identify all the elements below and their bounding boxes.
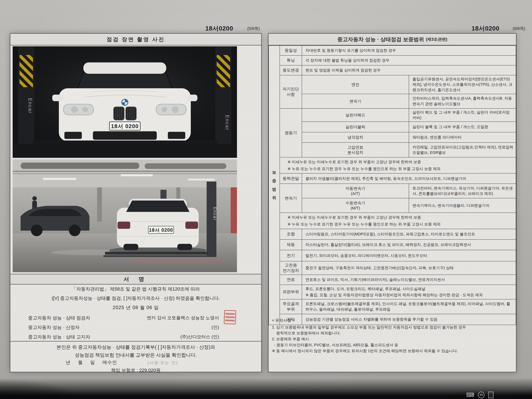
table-row: 제동마스터실린더, 휠실린더(캘리퍼), 브레이크 호스 및 파이프, 배력장치… xyxy=(269,240,516,250)
warranty-category: 변속기 xyxy=(280,184,302,213)
warranty-category: 외판부위 xyxy=(280,285,302,299)
warranty-title-main: 중고자동차 성능 · 상태점검 보증범위 xyxy=(337,36,424,43)
warranty-description: 워터펌프, 엔진룸 라디에이터 xyxy=(409,132,516,142)
warranty-note: ※ 미세누유 또는 미세누수로 표기한 경우 위 부품이 고장난 경우에 한하여… xyxy=(280,213,516,229)
warranty-description: 차대번호 및 원동기형식 표기를 상이하게 점검한 경우 xyxy=(302,45,516,55)
warranty-description: 발전기, 와이퍼모터, 송풍모터, 라디에이터팬모터, 시동모터, 윈도우모터 xyxy=(302,250,516,261)
signature-hint: (서명 또는 인) xyxy=(147,360,178,366)
kidney-grille-right xyxy=(126,107,136,120)
table-row: 용도변경렌트 및 영업용 이력을 상이하게 점검한 경우 xyxy=(269,65,516,75)
taillight-right xyxy=(185,222,198,229)
person-figure xyxy=(32,196,37,201)
warranty-description: 클러치 어셈블리(클러치판 제외), 추진축 및 베어링, 등속조인트, 드라이… xyxy=(302,173,516,184)
car-front-illustration: Encar Encar xyxy=(13,46,237,158)
license-plate-front-text: 18서 0200 xyxy=(111,123,139,129)
warranty-scope-side-label: 보증범위 xyxy=(269,45,280,325)
check-confirmation-line: ([V] 중고자동차성능 · 상태를 점검, [ ]자동차가격조사 · 산정) … xyxy=(10,295,261,301)
warranty-subcategory: 엔진 xyxy=(302,75,409,94)
hazard-stripes-left xyxy=(19,55,33,87)
table-row: 조향스티어링펌프, 스티어링기어(MDPS포함), 스티어링조인트, 파워고압호… xyxy=(269,229,516,240)
warranty-category: 전기 xyxy=(280,250,302,261)
page-title: 점검 장면 촬영 사진 xyxy=(10,34,261,45)
table-row: 주요골격부위프론트패널, 크로스멤버(볼트체결부품 제외), 인사이드 패널, … xyxy=(269,299,516,314)
page-indicator-right: (6/6쪽) xyxy=(513,26,525,32)
taskbar: ⌨ 98 xyxy=(466,392,494,398)
warranty-note: ※ 미세누유 또는 미세누수로 표기한 경우 위 부품이 고장난 경우에 한하여… xyxy=(280,157,516,173)
buyer-confirmation-line-1: 본인은 위 중고자동차성능 · 상태를 점검기록부( [ ]자동차가격조사 · … xyxy=(10,344,261,350)
notes-title: < 유의사항 > xyxy=(272,317,513,323)
lift-brand-right: Encar xyxy=(225,115,230,131)
signer-label: 중고자동차 성능 · 산정자 xyxy=(28,324,80,330)
license-plate-rear-text: 18서 0200 xyxy=(149,227,173,233)
ceiling-light xyxy=(121,174,153,176)
table-row: 수동변속기(M/T)변속기케이스, 변속기어셈블리, 디퍼렌셜기어 xyxy=(269,198,516,213)
warranty-description: 스티어링펌프, 스티어링기어(MDPS포함), 스티어링조인트, 파워고압호스,… xyxy=(302,229,516,240)
doc-number-right: 18서0200 xyxy=(472,24,499,33)
table-row: 외판부위후드, 프론트휀더, 도어, 트렁크리드, 쿼터패널, 루프패널, 사이… xyxy=(269,285,516,299)
table-row: 고전원전기장치충전구 절연상태, 구동축전지 격리상태, 고전원전기배선(접속단… xyxy=(269,261,516,275)
note-line: 2. 보증제외 부품 예시 xyxy=(272,336,513,342)
warranty-category: 동력전달 xyxy=(280,173,302,184)
note-line: 1. 상기 보증범위내 부품의 일부일 경우에도 소모성 부품 또는 일반적인 … xyxy=(272,324,513,330)
signer-row: 중고자동차 성능 · 상태 고지자(주)산다모터스 (인) xyxy=(10,332,261,342)
inspection-photo-rear: 18서 0200 Encar xyxy=(13,159,237,272)
signature-divider xyxy=(10,341,261,342)
inspection-photo-front: Encar Encar xyxy=(13,46,237,158)
page-indicator-left: (5/6쪽) xyxy=(247,26,260,32)
photo-page: 점검 장면 촬영 사진 Encar Encar xyxy=(10,33,262,372)
warranty-description: 실린더 헤드 및 그 내부 부품 / 개스킷, 실린더 커버(로커암 커버) xyxy=(409,108,516,122)
signer-value: 엔카 강서 오토플렉스 성능장 노영서 xyxy=(147,315,219,321)
lift-brand-rear-photo: Encar xyxy=(213,207,217,221)
warranty-category: 원동기 xyxy=(280,108,302,157)
warranty-title-sub: (제3조관련) xyxy=(426,37,447,42)
warranty-description: 후드, 프론트휀더, 도어, 트렁크리드, 쿼터패널, 루프패널, 사이드실패널… xyxy=(302,285,516,299)
note-line: 원칙적으로 보증범위에서 제외됩니다. xyxy=(272,330,513,336)
warranty-category: 용도변경 xyxy=(280,65,302,75)
table-row: 튜닝각 장치에 대한 불법 튜닝을 상이하게 점검한 경우 xyxy=(269,55,516,65)
signer-row: 중고자동차 성능 · 상태 점검자엔카 강서 오토플렉스 성능장 노영서 xyxy=(10,313,261,323)
ceiling-duct xyxy=(145,163,226,169)
document-icon[interactable] xyxy=(488,392,494,398)
lift-brand-left: Encar xyxy=(27,98,33,114)
warranty-description: 변속기케이스, 변속기어셈블리, 디퍼렌셜기어 xyxy=(409,198,516,213)
table-row: 원동기실린더헤드실린더 헤드 및 그 내부 부품 / 개스킷, 실린더 커버(로… xyxy=(269,108,516,122)
ceiling-light xyxy=(188,179,215,181)
table-row: 동력전달클러치 어셈블리(클러치판 제외), 추진축 및 베어링, 등속조인트,… xyxy=(269,173,516,184)
warranty-category: 연료 xyxy=(280,275,302,285)
headlight-left xyxy=(63,104,94,115)
table-row: 연료연료호스 및 파이프, 믹서, 기화기(베이퍼라이저), 솔레노이드밸브, … xyxy=(269,275,516,285)
signer-row: 중고자동차 성능 · 산정자(인) xyxy=(10,323,261,332)
warranty-subcategory: 실린더블럭 xyxy=(302,122,409,132)
warranty-description: 각 장치에 대한 불법 튜닝을 상이하게 점검한 경우 xyxy=(302,55,516,65)
car-rear-illustration: 18서 0200 Encar xyxy=(13,159,237,272)
warranty-category: 고전원전기장치 xyxy=(280,261,302,275)
inspector-stamp xyxy=(224,310,236,324)
notes-section: < 유의사항 > 1. 상기 보증범위내 부품의 일부일 경우에도 소모성 부품… xyxy=(272,317,513,354)
ceiling-duct xyxy=(21,163,139,169)
warranty-subcategory: 자동변속기(A/T) xyxy=(302,184,409,198)
signer-label: 중고자동차 성능 · 상태 고지자 xyxy=(28,334,90,340)
count-badge[interactable]: 98 xyxy=(478,392,485,398)
table-row: 실린더블럭실린더 블록 및 그 내부 부품 / 개스킷, 오일팬 xyxy=(269,122,516,132)
warranty-table: 보증범위동일성차대번호 및 원동기형식 표기를 상이하게 점검한 경우튜닝각 장… xyxy=(268,45,516,325)
warranty-description: 마스터실린더, 휠실린더(캘리퍼), 브레이크 호스 및 파이프, 배력장치, … xyxy=(302,240,516,250)
screen-photo: 18서0200 (5/6쪽) 18서0200 (6/6쪽) 점검 장면 촬영 사… xyxy=(0,0,532,399)
warranty-subcategory: 수동변속기(M/T) xyxy=(302,198,409,213)
signature-rows: 중고자동차 성능 · 상태 점검자엔카 강서 오토플렉스 성능장 노영서중고자동… xyxy=(10,313,261,342)
table-row: 변속기자동변속기(A/T)토크컨버터, 변속기케이스, 유성기어, 디퍼렌셜기어… xyxy=(269,184,516,198)
note-lines: 1. 상기 보증범위내 부품의 일부일 경우에도 소모성 부품 또는 일반적인 … xyxy=(272,324,513,354)
headlight-right xyxy=(156,104,186,115)
table-row: ※ 미세누유 또는 미세누수로 표기한 경우 위 부품이 고장난 경우에 한하여… xyxy=(269,157,516,173)
warranty-title: 중고자동차 성능 · 상태점검 보증범위 (제3조관련) xyxy=(268,34,516,45)
warranty-description: 충전구 절연상태, 구동축전지 격리상태, 고전원전기배선(접속단자, 피복, … xyxy=(302,261,516,275)
signer-label: 중고자동차 성능 · 상태 점검자 xyxy=(28,315,90,321)
warranty-category: 조향 xyxy=(280,229,302,240)
table-row: 변속기인히비터스위치, 입력축속도센서A, 출력축속도센서B, 자동변속기 관련… xyxy=(269,94,516,108)
warranty-subcategory: 실린더헤드 xyxy=(302,108,409,122)
warranty-category: 동일성 xyxy=(280,45,302,55)
warranty-category: 자기진단사항 xyxy=(280,75,302,108)
keyboard-icon[interactable]: ⌨ xyxy=(466,392,474,398)
note-line: ※ 동 예시에서 명시되지 않은 부품의 경우에도 유의사항 1번의 조건에 해… xyxy=(272,348,513,354)
table-row: 보증범위동일성차대번호 및 원동기형식 표기를 상이하게 점검한 경우 xyxy=(269,45,516,55)
insurance-fee-line: 책임 보험료 : 229,020원 xyxy=(10,367,261,374)
